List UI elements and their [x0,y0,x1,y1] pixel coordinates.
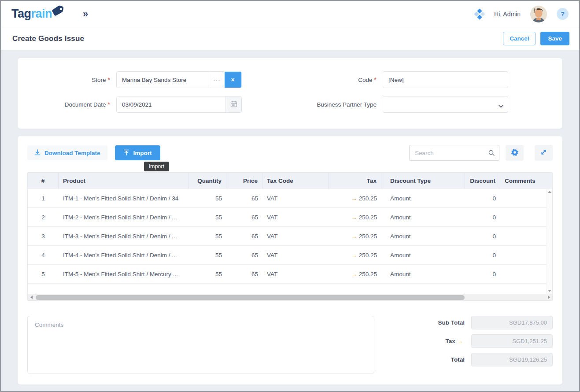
brand-logo[interactable]: Tagrain [11,7,63,21]
cell-discount: 0 [465,195,500,202]
tax-arrow-icon: → [351,195,357,202]
business-partner-type-select[interactable] [383,96,508,113]
sidebar-expand-icon[interactable]: » [83,9,88,19]
cell-tax: →250.25 [329,195,381,202]
horizontal-scroll-track[interactable] [35,294,545,300]
grand-total-row: Total SGD19,126.25 [396,353,553,366]
store-clear-button[interactable]: × [225,72,241,88]
cell-quantity: 55 [189,271,226,277]
cell-quantity: 55 [189,252,226,259]
comments-textarea[interactable] [27,316,374,374]
column-header-comments[interactable]: Comments [500,173,552,189]
cell-num: 3 [28,233,59,240]
table-row[interactable]: 1 ITM-1 - Men's Fitted Solid Shirt / Den… [28,189,552,208]
download-icon [34,149,41,157]
business-partner-type-label: Business Partner Type [308,101,377,108]
column-header-discount[interactable]: Discount [465,173,500,189]
app-window: Tagrain » Hi, Admin ? Create Goods Issue… [0,0,580,392]
document-date-field: Document Date* [18,96,242,113]
code-field: Code* [308,71,515,88]
cell-tax: →250.25 [329,252,381,259]
expand-icon [540,148,547,157]
horizontal-scroll-thumb[interactable] [36,295,465,300]
cell-price: 65 [226,252,262,259]
save-button[interactable]: Save [540,32,569,45]
required-marker: * [374,76,377,83]
column-header-quantity[interactable]: Quantity [189,173,226,189]
toolbar-right [409,145,553,161]
topbar: Tagrain » Hi, Admin ? [1,1,579,27]
tax-arrow-icon: → [351,233,357,240]
code-input[interactable] [383,71,508,88]
store-lookup-button[interactable]: ··· [209,72,225,88]
cell-discount: 0 [465,233,500,240]
cell-discount-type: Amount [381,195,465,202]
cancel-button[interactable]: Cancel [503,32,536,45]
calendar-button[interactable] [225,96,241,112]
tax-arrow-icon: → [351,252,357,259]
cell-tax: →250.25 [329,214,381,221]
cell-product: ITM-3 - Men's Fitted Solid Shirt / Denim… [59,233,189,240]
cell-quantity: 55 [189,233,226,240]
column-settings-button[interactable] [506,145,524,161]
table-row[interactable]: 2 ITM-2 - Men's Fitted Solid Shirt / Den… [28,208,552,227]
cell-quantity: 55 [189,195,226,202]
brand-logo-text: Tagrain [11,7,52,21]
horizontal-scrollbar[interactable] [28,294,552,300]
scroll-up-icon[interactable] [548,191,551,193]
expand-table-button[interactable] [535,145,553,161]
cell-num: 5 [28,271,59,277]
table-row[interactable]: 4 ITM-4 - Men's Fitted Solid Shirt / Den… [28,246,552,265]
cell-tax-code: VAT [262,214,329,221]
sub-total-row: Sub Total SGD17,875.00 [396,316,553,329]
business-partner-type-select-wrap [383,96,508,113]
store-input-group: ··· × [116,71,242,88]
code-label: Code* [308,76,377,83]
scroll-left-icon[interactable] [28,296,35,299]
column-header-product[interactable]: Product [59,173,189,189]
search-input[interactable] [409,145,499,161]
table-row[interactable]: 3 ITM-3 - Men's Fitted Solid Shirt / Den… [28,227,552,246]
user-greeting: Hi, Admin [494,11,521,18]
column-header-num[interactable]: # [28,173,59,189]
table-row[interactable]: 5 ITM-5 - Men's Fitted Solid Shirt / Mer… [28,265,552,284]
lines-table: # Product Quantity Price Tax Code Tax Di… [27,172,553,301]
cell-price: 65 [226,214,262,221]
help-icon[interactable]: ? [557,8,569,20]
vertical-scrollbar[interactable] [547,189,552,294]
store-input[interactable] [117,72,209,88]
scroll-down-icon[interactable] [548,290,551,292]
avatar[interactable] [530,6,547,22]
column-header-discount-type[interactable]: Discount Type [381,173,465,189]
cell-tax-code: VAT [262,271,329,277]
content-area: Store* ··· × Code* Document Date* [1,50,579,385]
cell-discount-type: Amount [381,271,465,277]
tax-total-label: Tax → [396,338,465,344]
cell-tax-code: VAT [262,195,329,202]
download-template-button[interactable]: Download Template [27,145,107,160]
column-header-tax-code[interactable]: Tax Code [262,173,329,189]
cell-price: 65 [226,195,262,202]
lines-panel: Download Template Import Import [18,136,562,385]
column-header-price[interactable]: Price [226,173,262,189]
page-title: Create Goods Issue [12,34,84,43]
cell-discount: 0 [465,252,500,259]
tax-total-row: Tax → SGD1,251.25 [396,334,553,348]
cell-num: 4 [28,252,59,259]
business-partner-type-field: Business Partner Type [308,96,515,113]
cell-product: ITM-5 - Men's Fitted Solid Shirt / Mercu… [59,271,189,277]
cell-product: ITM-1 - Men's Fitted Solid Shirt / Denim… [59,195,189,202]
totals-section: Sub Total SGD17,875.00 Tax → SGD1,251.25… [396,316,553,374]
column-header-tax[interactable]: Tax [329,173,381,189]
table-toolbar: Download Template Import Import [27,145,553,161]
cell-discount-type: Amount [381,252,465,259]
tag-logo-icon [50,4,63,21]
apps-icon[interactable] [475,9,484,19]
grand-total-value: SGD19,126.25 [471,353,553,366]
document-date-input[interactable] [117,96,225,112]
scroll-right-icon[interactable] [545,296,552,299]
table-header-row: # Product Quantity Price Tax Code Tax Di… [28,173,552,189]
import-button[interactable]: Import [115,145,160,160]
store-label: Store* [18,76,110,83]
cell-discount: 0 [465,214,500,221]
